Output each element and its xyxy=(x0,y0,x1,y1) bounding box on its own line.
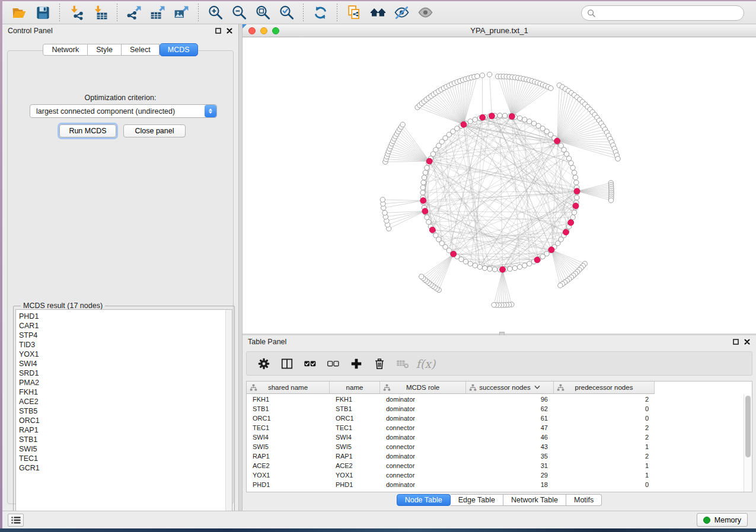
export-image-button[interactable] xyxy=(171,3,192,22)
mcds-result-item[interactable]: STB5 xyxy=(19,406,232,416)
result-list-scrollbar[interactable] xyxy=(225,310,232,519)
network-node[interactable] xyxy=(425,165,429,170)
network-node[interactable] xyxy=(487,267,492,271)
network-node[interactable] xyxy=(482,265,487,270)
tab-style[interactable]: Style xyxy=(88,44,122,56)
leaf-node[interactable] xyxy=(615,156,620,161)
network-node[interactable] xyxy=(423,170,428,175)
network-node[interactable] xyxy=(497,113,502,118)
leaf-node[interactable] xyxy=(382,210,387,215)
mcds-result-item[interactable]: STB1 xyxy=(19,435,232,444)
network-node[interactable] xyxy=(570,165,575,170)
tab-mcds[interactable]: MCDS xyxy=(160,43,198,56)
network-node[interactable] xyxy=(422,175,426,180)
network-node[interactable] xyxy=(426,220,431,225)
network-node[interactable] xyxy=(527,261,532,266)
network-node[interactable] xyxy=(522,117,527,122)
tab-network[interactable]: Network xyxy=(43,44,88,56)
mcds-result-item[interactable]: SWI4 xyxy=(19,359,232,368)
mcds-dominator-node[interactable] xyxy=(563,229,569,235)
network-node[interactable] xyxy=(473,263,477,268)
optimization-criterion-select[interactable]: largest connected component (undirected) xyxy=(30,104,217,118)
mcds-dominator-node[interactable] xyxy=(534,257,540,263)
mcds-dominator-node[interactable] xyxy=(568,220,574,226)
column-header-predecessor-nodes[interactable]: predecessor nodes xyxy=(554,382,655,394)
leaf-node[interactable] xyxy=(608,198,613,203)
close-panel-icon[interactable] xyxy=(744,338,751,345)
mcds-result-item[interactable]: SRD1 xyxy=(19,368,232,378)
mcds-dominator-node[interactable] xyxy=(554,138,560,144)
mcds-dominator-node[interactable] xyxy=(573,203,579,209)
table-row[interactable]: FKH1FKH1dominator962 xyxy=(247,395,752,404)
network-node[interactable] xyxy=(572,170,576,175)
mcds-dominator-node[interactable] xyxy=(429,227,435,233)
leaf-node[interactable] xyxy=(558,283,563,288)
mcds-result-item[interactable]: TID3 xyxy=(19,340,232,350)
mcds-result-item[interactable]: ORC1 xyxy=(19,416,232,425)
close-panel-icon[interactable] xyxy=(226,27,233,34)
table-row[interactable]: SWI4SWI4dominator462 xyxy=(247,432,752,442)
network-node[interactable] xyxy=(574,180,579,185)
mcds-result-item[interactable]: TEC1 xyxy=(19,454,232,463)
first-neighbors-button[interactable] xyxy=(368,3,388,22)
delete-column-button[interactable] xyxy=(371,355,388,373)
network-node[interactable] xyxy=(473,117,477,122)
leaf-node[interactable] xyxy=(419,274,423,279)
network-node[interactable] xyxy=(566,156,571,161)
tab-node-table[interactable]: Node Table xyxy=(397,494,451,506)
mcds-result-item[interactable]: SWI5 xyxy=(19,444,232,454)
table-row[interactable]: STB1STB1dominator620 xyxy=(247,404,752,414)
leaf-node[interactable] xyxy=(492,303,496,307)
split-columns-button[interactable] xyxy=(278,355,296,373)
mcds-result-item[interactable]: GCR1 xyxy=(19,463,232,473)
zoom-fit-button[interactable] xyxy=(253,3,273,22)
tab-motifs[interactable]: Motifs xyxy=(566,494,602,506)
network-node[interactable] xyxy=(517,116,522,120)
mcds-result-item[interactable]: RAP1 xyxy=(19,425,232,435)
show-details-button[interactable] xyxy=(415,3,435,22)
settings-gear-button[interactable] xyxy=(255,355,273,373)
float-panel-icon[interactable] xyxy=(215,27,222,34)
mcds-dominator-node[interactable] xyxy=(548,247,554,253)
network-node[interactable] xyxy=(572,210,576,214)
mcds-dominator-node[interactable] xyxy=(420,198,426,204)
table-row[interactable]: SWI5SWI5connector431 xyxy=(247,442,752,451)
column-header-name[interactable]: name xyxy=(330,382,380,394)
network-node[interactable] xyxy=(527,119,532,124)
network-node[interactable] xyxy=(575,195,579,200)
network-node[interactable] xyxy=(517,264,522,269)
mcds-dominator-node[interactable] xyxy=(480,114,486,120)
network-node[interactable] xyxy=(425,215,429,220)
table-row[interactable]: TEC1TEC1connector472 xyxy=(247,423,752,432)
mcds-result-item[interactable]: PHD1 xyxy=(19,312,232,321)
export-table-button[interactable] xyxy=(148,3,168,22)
zoom-out-button[interactable] xyxy=(229,3,249,22)
search-input[interactable] xyxy=(599,7,744,19)
duplicate-network-button[interactable] xyxy=(344,3,364,22)
mcds-dominator-node[interactable] xyxy=(451,251,457,257)
save-session-button[interactable] xyxy=(33,3,53,22)
tab-select[interactable]: Select xyxy=(122,44,160,56)
table-row[interactable]: ACE2ACE2connector311 xyxy=(247,461,752,470)
network-node[interactable] xyxy=(421,180,426,185)
mcds-result-item[interactable]: FKH1 xyxy=(19,387,232,397)
table-row[interactable]: ORC1ORC1dominator610 xyxy=(247,414,752,423)
network-node[interactable] xyxy=(522,263,527,268)
zoom-in-button[interactable] xyxy=(205,3,225,22)
network-node[interactable] xyxy=(569,161,573,165)
mcds-dominator-node[interactable] xyxy=(574,188,580,194)
mcds-dominator-node[interactable] xyxy=(422,208,428,214)
refresh-button[interactable] xyxy=(310,3,330,22)
task-history-button[interactable] xyxy=(8,514,24,527)
import-network-button[interactable] xyxy=(66,3,87,22)
network-node[interactable] xyxy=(573,175,578,180)
close-panel-button[interactable]: Close panel xyxy=(123,124,186,137)
mcds-result-item[interactable]: STP4 xyxy=(19,331,232,340)
network-node[interactable] xyxy=(468,261,473,266)
table-row[interactable]: YOX1YOX1connector291 xyxy=(247,470,752,480)
leaf-node[interactable] xyxy=(380,197,385,202)
mcds-dominator-node[interactable] xyxy=(500,267,506,273)
network-node[interactable] xyxy=(468,119,473,124)
clear-checkboxes-button[interactable] xyxy=(324,355,342,373)
mcds-dominator-node[interactable] xyxy=(509,114,515,120)
